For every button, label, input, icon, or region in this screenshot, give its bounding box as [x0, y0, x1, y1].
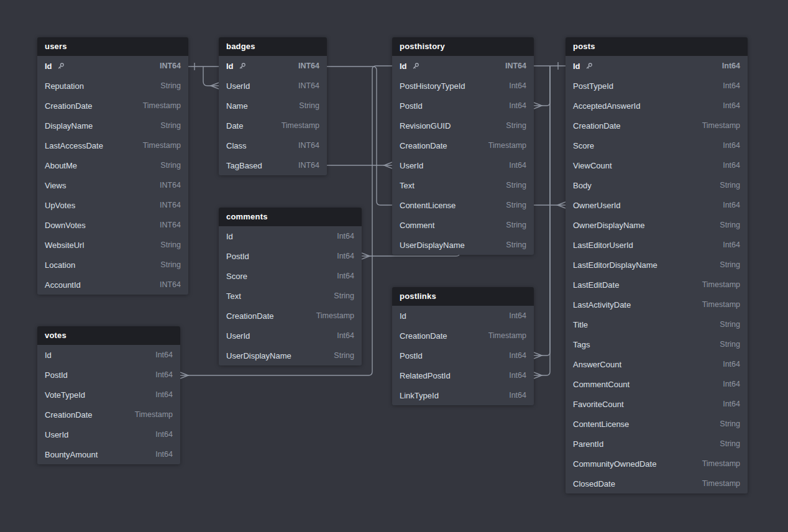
table-row-posts-commentcount[interactable]: CommentCountInt64 — [566, 374, 748, 394]
column-type: INT64 — [298, 161, 319, 170]
relationship-postlinks-relatedpostid--posts-id — [534, 66, 550, 378]
table-row-users-id[interactable]: IdINT64 — [37, 56, 188, 76]
column-type: Int64 — [723, 141, 740, 150]
table-row-posthistory-comment[interactable]: CommentString — [392, 215, 534, 235]
table-row-posts-tags[interactable]: TagsString — [566, 334, 748, 354]
table-title-badges[interactable]: badges — [219, 37, 327, 56]
table-row-votes-votetypeid[interactable]: VoteTypeIdInt64 — [37, 385, 180, 405]
table-row-posts-body[interactable]: BodyString — [566, 175, 748, 195]
table-row-votes-creationdate[interactable]: CreationDateTimestamp — [37, 405, 180, 424]
table-row-users-lastaccessdate[interactable]: LastAccessDateTimestamp — [37, 135, 188, 155]
table-title-comments[interactable]: comments — [219, 208, 362, 226]
table-title-posthistory[interactable]: posthistory — [392, 37, 534, 56]
table-postlinks[interactable]: postlinksIdInt64CreationDateTimestampPos… — [392, 287, 534, 405]
table-row-posts-answercount[interactable]: AnswerCountInt64 — [566, 354, 748, 374]
table-row-comments-userdisplayname[interactable]: UserDisplayNameString — [219, 346, 362, 365]
column-type: Int64 — [723, 161, 740, 170]
table-row-posts-favoritecount[interactable]: FavoriteCountInt64 — [566, 394, 748, 414]
table-row-comments-postid[interactable]: PostIdInt64 — [219, 246, 362, 266]
table-row-badges-date[interactable]: DateTimestamp — [219, 116, 327, 135]
table-row-votes-userid[interactable]: UserIdInt64 — [37, 424, 180, 444]
table-title-posts[interactable]: posts — [566, 37, 748, 56]
table-row-users-downvotes[interactable]: DownVotesINT64 — [37, 215, 188, 235]
table-row-users-accountid[interactable]: AccountIdINT64 — [37, 275, 188, 295]
column-name: OwnerUserId — [573, 201, 621, 210]
table-title-votes[interactable]: votes — [37, 326, 180, 345]
column-name: VoteTypeId — [45, 390, 85, 400]
table-users[interactable]: usersIdINT64ReputationStringCreationDate… — [37, 37, 188, 295]
table-row-posthistory-creationdate[interactable]: CreationDateTimestamp — [392, 135, 534, 155]
table-badges[interactable]: badgesIdINT64UserIdINT64NameStringDateTi… — [219, 37, 327, 175]
table-row-posts-creationdate[interactable]: CreationDateTimestamp — [566, 116, 748, 135]
table-row-users-creationdate[interactable]: CreationDateTimestamp — [37, 96, 188, 116]
table-row-posts-score[interactable]: ScoreInt64 — [566, 135, 748, 155]
table-row-votes-id[interactable]: IdInt64 — [37, 345, 180, 365]
table-row-posthistory-contentlicense[interactable]: ContentLicenseString — [392, 195, 534, 215]
column-type: Int64 — [723, 360, 740, 369]
table-row-postlinks-postid[interactable]: PostIdInt64 — [392, 346, 534, 365]
table-row-posts-posttypeid[interactable]: PostTypeIdInt64 — [566, 76, 748, 96]
table-row-posts-title[interactable]: TitleString — [566, 314, 748, 334]
table-row-comments-userid[interactable]: UserIdInt64 — [219, 326, 362, 346]
table-row-posthistory-postid[interactable]: PostIdInt64 — [392, 96, 534, 116]
table-row-posts-ownerdisplayname[interactable]: OwnerDisplayNameString — [566, 215, 748, 235]
table-posthistory[interactable]: posthistoryIdINT64PostHistoryTypeIdInt64… — [392, 37, 534, 255]
table-row-badges-userid[interactable]: UserIdINT64 — [219, 76, 327, 96]
table-row-posts-parentid[interactable]: ParentIdString — [566, 434, 748, 454]
table-row-postlinks-id[interactable]: IdInt64 — [392, 306, 534, 326]
table-row-users-views[interactable]: ViewsINT64 — [37, 175, 188, 195]
table-row-comments-creationdate[interactable]: CreationDateTimestamp — [219, 306, 362, 326]
column-name: Class — [226, 141, 247, 150]
table-row-posts-id[interactable]: IdInt64 — [566, 56, 748, 76]
column-name: FavoriteCount — [573, 400, 624, 409]
column-type: String — [720, 420, 740, 428]
table-row-posts-lasteditoruserid[interactable]: LastEditorUserIdInt64 — [566, 235, 748, 255]
table-row-posts-lastactivitydate[interactable]: LastActivityDateTimestamp — [566, 295, 748, 314]
table-row-badges-name[interactable]: NameString — [219, 96, 327, 116]
table-votes[interactable]: votesIdInt64PostIdInt64VoteTypeIdInt64Cr… — [37, 326, 180, 464]
table-row-comments-text[interactable]: TextString — [219, 286, 362, 306]
table-row-users-displayname[interactable]: DisplayNameString — [37, 116, 188, 135]
table-row-users-websiteurl[interactable]: WebsiteUrlString — [37, 235, 188, 255]
table-row-badges-id[interactable]: IdINT64 — [219, 56, 327, 76]
table-row-posts-acceptedanswerid[interactable]: AcceptedAnswerIdInt64 — [566, 96, 748, 116]
table-row-postlinks-creationdate[interactable]: CreationDateTimestamp — [392, 326, 534, 346]
table-row-posts-communityowneddate[interactable]: CommunityOwnedDateTimestamp — [566, 454, 748, 474]
table-row-posthistory-id[interactable]: IdINT64 — [392, 56, 534, 76]
table-row-votes-postid[interactable]: PostIdInt64 — [37, 365, 180, 385]
table-row-posthistory-userdisplayname[interactable]: UserDisplayNameString — [392, 235, 534, 255]
column-name: PostId — [400, 101, 423, 111]
column-type: String — [299, 101, 319, 110]
table-row-badges-class[interactable]: ClassINT64 — [219, 135, 327, 155]
column-type: Timestamp — [702, 479, 740, 488]
table-row-posthistory-userid[interactable]: UserIdInt64 — [392, 155, 534, 175]
table-row-posthistory-text[interactable]: TextString — [392, 175, 534, 195]
table-row-posts-closeddate[interactable]: ClosedDateTimestamp — [566, 474, 748, 493]
table-row-postlinks-linktypeid[interactable]: LinkTypeIdInt64 — [392, 385, 534, 405]
table-row-users-aboutme[interactable]: AboutMeString — [37, 155, 188, 175]
table-row-posts-lasteditordisplayname[interactable]: LastEditorDisplayNameString — [566, 255, 748, 275]
table-row-posts-contentlicense[interactable]: ContentLicenseString — [566, 414, 748, 434]
table-row-votes-bountyamount[interactable]: BountyAmountInt64 — [37, 444, 180, 464]
table-row-users-location[interactable]: LocationString — [37, 255, 188, 275]
column-name: LinkTypeId — [400, 391, 439, 400]
table-row-posthistory-revisionguid[interactable]: RevisionGUIDString — [392, 116, 534, 135]
table-title-users[interactable]: users — [37, 37, 188, 56]
table-row-badges-tagbased[interactable]: TagBasedINT64 — [219, 155, 327, 175]
table-row-posts-viewcount[interactable]: ViewCountInt64 — [566, 155, 748, 175]
erd-canvas[interactable]: usersIdINT64ReputationStringCreationDate… — [0, 0, 788, 532]
table-row-users-upvotes[interactable]: UpVotesINT64 — [37, 195, 188, 215]
column-name: AnswerCount — [573, 360, 621, 369]
table-row-posts-owneruserid[interactable]: OwnerUserIdInt64 — [566, 195, 748, 215]
table-row-users-reputation[interactable]: ReputationString — [37, 76, 188, 96]
table-row-posts-lasteditdate[interactable]: LastEditDateTimestamp — [566, 275, 748, 295]
table-row-postlinks-relatedpostid[interactable]: RelatedPostIdInt64 — [392, 365, 534, 385]
table-row-comments-score[interactable]: ScoreInt64 — [219, 266, 362, 286]
table-title-postlinks[interactable]: postlinks — [392, 287, 534, 306]
column-type: INT64 — [298, 81, 319, 90]
table-row-comments-id[interactable]: IdInt64 — [219, 226, 362, 246]
table-row-posthistory-posthistorytypeid[interactable]: PostHistoryTypeIdInt64 — [392, 76, 534, 96]
table-comments[interactable]: commentsIdInt64PostIdInt64ScoreInt64Text… — [219, 208, 362, 365]
table-posts[interactable]: postsIdInt64PostTypeIdInt64AcceptedAnswe… — [566, 37, 748, 493]
column-type: Int64 — [337, 272, 354, 280]
